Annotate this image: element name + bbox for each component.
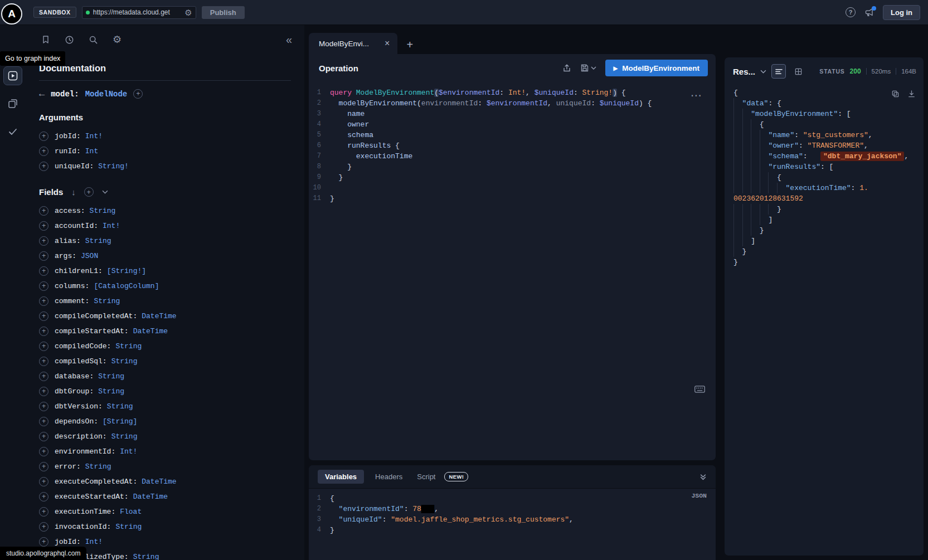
code-line[interactable]: 6 runResults { xyxy=(309,140,716,151)
code-line[interactable]: 3 "uniqueId": "model.jaffle_shop_metrics… xyxy=(309,514,716,525)
history-icon[interactable] xyxy=(65,35,74,45)
field-type[interactable]: String xyxy=(85,462,111,471)
code-line[interactable]: "owner": "TRANSFORMER", xyxy=(733,140,916,151)
tab-script[interactable]: Script xyxy=(414,470,436,484)
field-type[interactable]: String xyxy=(90,207,116,215)
code-line[interactable]: } xyxy=(733,257,916,267)
add-all-fields-icon[interactable]: + xyxy=(84,187,94,197)
breadcrumb-type[interactable]: ModelNode xyxy=(85,90,128,99)
sort-icon[interactable]: ↓ xyxy=(71,187,76,197)
search-icon[interactable] xyxy=(89,35,98,45)
field-type[interactable]: String xyxy=(85,237,111,245)
code-line[interactable]: { xyxy=(733,87,916,98)
overflow-menu-icon[interactable]: ⋯ xyxy=(691,90,702,101)
field-type[interactable]: Int! xyxy=(120,447,137,456)
keyboard-shortcuts-icon[interactable] xyxy=(694,386,705,393)
code-line[interactable]: 9 } xyxy=(309,172,716,183)
argument-type[interactable]: Int! xyxy=(85,132,103,140)
add-argument-icon[interactable]: + xyxy=(39,147,48,156)
settings-icon[interactable]: ⚙ xyxy=(113,35,122,45)
code-line[interactable]: } xyxy=(733,225,916,236)
field-type[interactable]: String xyxy=(98,372,124,381)
help-icon[interactable]: ? xyxy=(846,7,856,17)
field-type[interactable]: DateTime xyxy=(133,493,168,501)
chevron-down-icon[interactable] xyxy=(102,190,108,194)
tab-operation[interactable]: ModelByEnvi... × xyxy=(309,33,397,54)
field-type[interactable]: [String] xyxy=(103,417,137,426)
code-line[interactable]: 4} xyxy=(309,525,716,535)
add-field-icon[interactable]: + xyxy=(39,417,48,426)
code-line[interactable]: "modelByEnvironment": [ xyxy=(733,109,916,119)
copy-icon[interactable] xyxy=(891,90,900,98)
code-line[interactable]: 1query ModelByEnvironment($environmentId… xyxy=(309,87,716,98)
code-line[interactable]: 8 } xyxy=(309,162,716,172)
rail-item-collections[interactable] xyxy=(3,94,22,113)
add-field-icon[interactable]: + xyxy=(39,387,48,396)
add-to-query-icon[interactable]: + xyxy=(133,89,143,99)
back-icon[interactable]: ← xyxy=(39,89,45,99)
field-type[interactable]: DateTime xyxy=(133,327,168,335)
add-field-icon[interactable]: + xyxy=(39,492,48,501)
code-line[interactable]: 3 name xyxy=(309,109,716,119)
add-field-icon[interactable]: + xyxy=(39,462,48,471)
response-viewer[interactable]: {"data": {"modelByEnvironment": [{"name"… xyxy=(733,87,916,267)
add-field-icon[interactable]: + xyxy=(39,296,48,306)
field-type[interactable]: DateTime xyxy=(142,312,176,320)
code-line[interactable]: { xyxy=(733,172,916,183)
collapse-variables-icon[interactable] xyxy=(699,473,707,480)
code-line[interactable]: 4 owner xyxy=(309,119,716,130)
argument-type[interactable]: String! xyxy=(98,162,129,171)
field-type[interactable]: DateTime xyxy=(142,478,176,486)
add-field-icon[interactable]: + xyxy=(39,507,48,517)
code-line[interactable]: 10 xyxy=(309,183,716,193)
endpoint-input[interactable]: https://metadata.cloud.get ⚙ xyxy=(82,6,196,19)
close-tab-icon[interactable]: × xyxy=(385,39,390,48)
field-type[interactable]: Float xyxy=(120,508,142,516)
add-field-icon[interactable]: + xyxy=(39,447,48,456)
code-line[interactable]: } xyxy=(733,246,916,257)
add-argument-icon[interactable]: + xyxy=(39,132,48,141)
code-line[interactable]: "executionTime": 1. xyxy=(733,183,916,193)
code-line[interactable]: 5 schema xyxy=(309,130,716,140)
field-type[interactable]: [String!] xyxy=(107,267,146,275)
add-field-icon[interactable]: + xyxy=(39,206,48,216)
add-argument-icon[interactable]: + xyxy=(39,162,48,171)
announcements-icon[interactable] xyxy=(864,8,874,17)
code-line[interactable]: 7 executionTime xyxy=(309,151,716,162)
collapse-panel-icon[interactable]: « xyxy=(286,34,292,45)
code-line[interactable]: ] xyxy=(733,215,916,225)
table-view-button[interactable] xyxy=(791,64,805,79)
field-type[interactable]: String xyxy=(111,357,138,366)
code-line[interactable]: 0023620128631592 xyxy=(733,193,916,204)
variables-editor[interactable]: 1{2 "environmentId": 78███,3 "uniqueId":… xyxy=(309,493,716,535)
add-field-icon[interactable]: + xyxy=(39,266,48,276)
publish-button[interactable]: Publish xyxy=(202,6,245,19)
endpoint-settings-icon[interactable]: ⚙ xyxy=(184,8,192,17)
field-type[interactable]: String xyxy=(133,553,159,560)
rail-item-explorer[interactable] xyxy=(3,66,22,85)
code-line[interactable]: 1{ xyxy=(309,493,716,504)
format-view-button[interactable] xyxy=(771,64,786,79)
field-type[interactable]: JSON xyxy=(81,252,98,260)
field-type[interactable]: Int! xyxy=(103,222,120,230)
run-button[interactable]: ▶ ModelByEnvironment xyxy=(605,60,708,76)
add-field-icon[interactable]: + xyxy=(39,281,48,291)
new-tab-icon[interactable]: + xyxy=(406,39,413,50)
response-dropdown-icon[interactable] xyxy=(760,70,766,74)
code-line[interactable]: 11} xyxy=(309,193,716,204)
code-line[interactable]: { xyxy=(733,119,916,130)
add-field-icon[interactable]: + xyxy=(39,537,48,547)
save-button[interactable] xyxy=(580,64,596,72)
share-icon[interactable] xyxy=(562,64,571,72)
add-field-icon[interactable]: + xyxy=(39,342,48,351)
field-type[interactable]: Int! xyxy=(85,538,103,546)
bookmark-icon[interactable] xyxy=(41,35,50,44)
field-type[interactable]: String xyxy=(107,402,133,411)
code-line[interactable]: ] xyxy=(733,236,916,246)
download-icon[interactable] xyxy=(907,90,916,98)
code-line[interactable]: "name": "stg_customers", xyxy=(733,130,916,140)
add-field-icon[interactable]: + xyxy=(39,221,48,231)
code-line[interactable]: "runResults": [ xyxy=(733,162,916,172)
field-type[interactable]: [CatalogColumn] xyxy=(94,282,159,290)
field-type[interactable]: String xyxy=(94,297,120,305)
